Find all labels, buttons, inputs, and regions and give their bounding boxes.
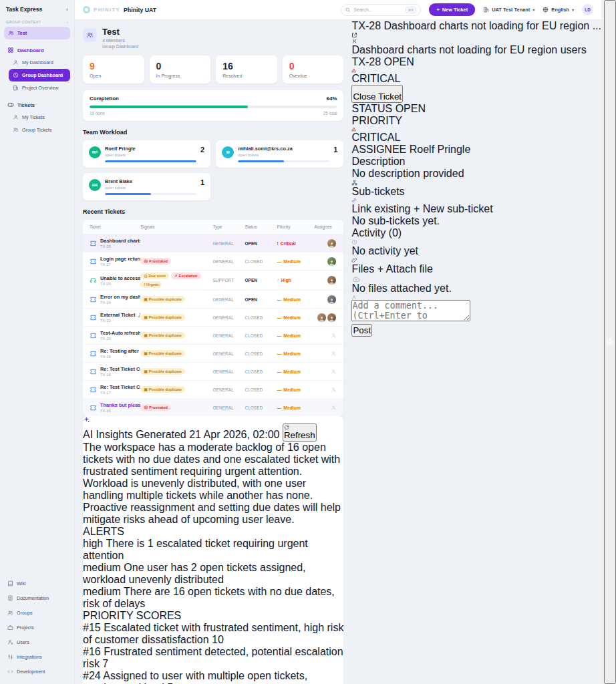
commenter-avatar [351,295,601,300]
sidebar-item-my-tickets[interactable]: My Tickets [9,111,70,124]
new-ticket-button[interactable]: + New Ticket [429,3,475,16]
table-row[interactable]: Re: Test Ticket Creation TX-17 ▣Possible… [83,380,343,398]
copy-icon: ▣ [144,315,147,319]
completion-percent: 64% [326,96,337,102]
new-subticket-button[interactable]: + New sub-ticket [414,203,493,214]
topbar: PHINITY Phinity UAT ⌘K + New Ticket UAT … [75,0,601,20]
sidebar-collapse-icon[interactable]: ‹ [66,6,68,13]
sidebar-item-integrations[interactable]: Integrations [4,650,70,664]
table-row[interactable]: Error on my dashboard 1 TX-24 ▣Possible … [83,290,343,308]
medium-icon: — [277,369,281,374]
history-icon [351,239,357,245]
page-title: Test [102,27,138,37]
avatar: BB [89,179,101,191]
attach-file-button[interactable]: + Attach file [377,263,433,275]
generated-timestamp: Generated 21 Apr 2026, 02:00 [136,429,279,440]
recent-tickets-table: Ticket Signals Type Status Priority Assi… [83,220,343,416]
comment-input[interactable] [351,300,470,321]
warning-icon [351,68,356,73]
sidebar-item-group-dashboard[interactable]: Group Dashboard [9,69,70,81]
ticket-icon [90,314,97,321]
chevron-right-icon: › [67,20,68,24]
signal-badge-due-soon: ◷Due soon [140,273,168,279]
sidebar-item-users[interactable]: Users [4,635,70,649]
table-row[interactable]: Unable to access VPN after password rese… [83,270,343,290]
sidebar-item-group-test[interactable]: Test [4,27,70,39]
group-members: 3 Members [102,38,138,43]
dashboard-main: Test 3 Members Group Dashboard 9 Open 0 … [75,20,351,684]
signal-badge-duplicate: ▣Possible duplicate [140,314,184,321]
user-avatar[interactable]: LD [582,4,593,15]
table-row[interactable]: Thanks but please recheck TX-16 ☹Frustra… [83,398,343,416]
close-ticket-button[interactable]: Close Ticket [351,85,403,103]
chevron-down-icon: ▾ [572,7,574,12]
copy-icon: ▣ [144,369,147,373]
search-box[interactable]: ⌘K [341,4,421,16]
unassigned-icon [331,351,337,357]
score-badge: 7 [102,658,108,669]
avatar: M [222,146,234,158]
medium-icon: — [277,297,281,302]
table-row[interactable]: Dashboard charts not loading for EU regi… [83,234,343,252]
ai-insights-card: AI Insights Generated 21 Apr 2026, 02:00… [83,416,343,684]
group-subtitle: Group Dashboard [102,44,138,49]
sidebar-section-tickets[interactable]: Tickets [4,98,70,111]
search-input[interactable] [353,7,402,12]
sidebar-item-group-tickets[interactable]: Group Tickets [9,124,70,136]
post-comment-button[interactable]: Post [351,324,372,337]
ai-summary: The workspace has a moderate backlog of … [83,442,343,526]
sidebar-item-documentation[interactable]: Documentation [4,591,70,605]
score-item: #24 Assigned to user with multiple open … [83,670,343,684]
avatar: RP [89,146,101,158]
score-item: #15 Escalated ticket with frustrated sen… [83,622,343,646]
table-row[interactable]: Login page returns 500 error on mobile S… [83,252,343,270]
app-title: Task Express [6,6,42,13]
signal-badge-escalation: ↗Escalation [171,273,201,279]
sidebar-item-my-dashboard[interactable]: My Dashboard [9,56,70,69]
table-row[interactable]: External Ticket 1 TX-22 ▣Possible duplic… [83,308,343,326]
ai-assistant-fab[interactable] [604,0,616,684]
phinity-logo-icon [83,6,90,13]
briefcase-icon [7,625,13,631]
sidebar-item-wiki[interactable]: Wiki [4,576,70,590]
signal-badge-frustrated: ☹Frustrated [140,258,171,265]
group-icon [8,30,14,36]
alert-icon: ! [144,283,145,287]
sidebar-item-project-overview[interactable]: Project Overview [9,81,70,94]
medium-icon: — [277,351,281,356]
ticket-icon [90,240,97,247]
group-context-row[interactable]: GROUP CONTEXT › [4,18,70,27]
people-icon [13,127,19,133]
table-row[interactable]: Re: Testing after deploy TX-19 ▣Possible… [83,344,343,362]
signal-badge-frustrated: ☹Frustrated [140,404,171,411]
recent-tickets-title: Recent Tickets [83,208,343,215]
priority-badge: CRITICAL [351,68,601,84]
assignee-field-label: ASSIGNEE [351,144,406,155]
open-in-new-icon[interactable] [351,32,601,38]
sidebar-item-development[interactable]: Development [4,665,70,679]
table-row[interactable]: Re: Test Ticket Creation TX-18 ▣Possible… [83,362,343,380]
status-badge: OPEN [383,56,414,67]
stat-card-overdue: 0 Overdue [283,55,344,83]
table-row[interactable]: Test-Auto refresh TX-20 ▣Possible duplic… [83,326,343,344]
ticket-icon [90,332,97,339]
person-gear-icon [7,639,13,645]
chevron-down-icon: ▾ [532,7,534,12]
ticket-icon [90,258,97,265]
sidebar-item-groups[interactable]: Groups [4,606,70,620]
sidebar-section-dashboard[interactable]: Dashboard [4,43,70,56]
clock-icon [13,72,19,78]
people-icon [7,610,13,616]
group-context-label: GROUP CONTEXT [6,20,41,24]
language-selector[interactable]: English ▾ [543,7,574,13]
unassigned-icon [331,333,337,339]
book-icon [7,580,13,586]
alert-item: medium There are 16 open tickets with no… [83,586,343,610]
tenant-selector[interactable]: UAT Test Tenant ▾ [483,7,534,13]
medium-icon: — [277,387,281,392]
close-panel-icon[interactable] [351,38,601,44]
medium-icon: — [277,315,281,320]
refresh-button[interactable]: Refresh [283,423,317,442]
activity-empty: No activity yet [351,239,601,257]
sidebar-item-projects[interactable]: Projects [4,621,70,635]
